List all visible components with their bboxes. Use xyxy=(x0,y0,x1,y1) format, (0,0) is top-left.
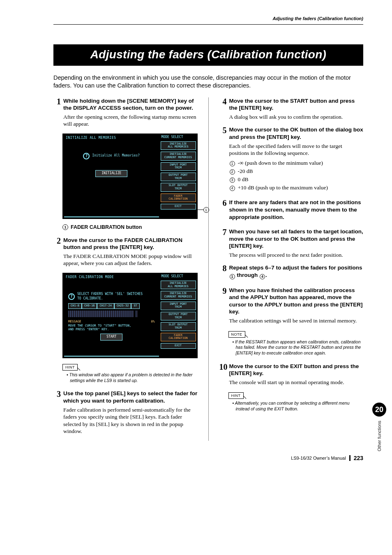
mode-btn-exit[interactable]: EXIT xyxy=(161,343,196,349)
step-number: 2 xyxy=(53,237,61,267)
caption-1: 1 FADER CALIBRATION button xyxy=(62,224,198,231)
hint-1: HINT This window will also appear if a p… xyxy=(62,363,198,383)
mode-btn-fader-calibration[interactable]: FADER CALIBRATION xyxy=(161,333,196,341)
note-label: NOTE xyxy=(228,331,245,338)
mode-btn-init-all[interactable]: INITIALIZE ALL MEMORIES xyxy=(161,281,196,289)
step-head: If there are any faders that are not in … xyxy=(229,199,364,221)
step-9: 9 When you have finished the calibration… xyxy=(219,287,364,325)
side-section-label: Other functions xyxy=(376,421,383,451)
step-number: 6 xyxy=(219,199,227,222)
manual-name: LS9-16/32 Owner’s Manual xyxy=(291,455,346,461)
step-2: 2 Move the cursor to the FADER CALIBRATI… xyxy=(53,237,198,267)
step-head: Move the cursor to the FADER CALIBRATION… xyxy=(63,237,198,251)
page-divider-icon xyxy=(349,455,350,461)
step-6: 6 If there are any faders that are not i… xyxy=(219,199,364,222)
step-5: 5 Move the cursor to the OK button of th… xyxy=(219,126,364,193)
help-icon: ? xyxy=(68,293,75,300)
sequence-list: 1-∞ (push down to the minimum value) 2-2… xyxy=(229,159,364,192)
mode-btn-output-port-trim[interactable]: OUTPUT PORT TRIM xyxy=(161,173,196,181)
initialize-button[interactable]: INITIALIZE xyxy=(95,170,127,177)
seq-text-1: -∞ (push down to the minimum value) xyxy=(238,159,323,167)
step-number: 7 xyxy=(219,228,227,258)
mode-btn-output-port-trim[interactable]: OUTPUT PORT TRIM xyxy=(161,312,196,320)
mode-btn-slot-output-trim[interactable]: SLOT OUTPUT TRIM xyxy=(161,322,196,331)
callout-1: 1 xyxy=(196,207,209,213)
step-number: 1 xyxy=(53,97,61,128)
toggle-ch1-8[interactable]: CH1-8 xyxy=(68,303,82,309)
mode-btn-slot-output-trim[interactable]: SLOT OUTPUT TRIM xyxy=(161,183,196,191)
intro-paragraph: Depending on the environment in which yo… xyxy=(53,74,363,90)
step-head: Move the cursor to the START button and … xyxy=(229,97,364,112)
step-7: 7 When you have set all faders to the ta… xyxy=(219,228,364,258)
step-8: 8 Repeat steps 6–7 to adjust the faders … xyxy=(219,264,364,281)
step-number: 3 xyxy=(53,390,61,435)
page-footer: LS9-16/32 Owner’s Manual 223 xyxy=(291,454,363,462)
message-label: MESSAGE xyxy=(68,320,81,324)
step-10: 10 Move the cursor to the EXIT button an… xyxy=(219,363,364,386)
hint-1-text: This window will also appear if a proble… xyxy=(62,372,198,383)
step-text: After the opening screen, the following … xyxy=(63,113,198,128)
mode-btn-init-current[interactable]: INITIALIZE CURRENT MEMORIES xyxy=(161,291,196,299)
step-number: 4 xyxy=(219,97,227,121)
seq-ref-1: 1 xyxy=(230,274,235,279)
scr1-dialog-text: Initialize All Memories? xyxy=(92,154,140,158)
step-head: While holding down the [SCENE MEMORY] ke… xyxy=(63,97,198,112)
mode-btn-input-port-trim[interactable]: INPUT PORT TRIM xyxy=(161,162,196,171)
note-1: NOTE If the RESTART button appears when … xyxy=(228,330,364,356)
note-1-text: If the RESTART button appears when calib… xyxy=(228,339,364,356)
seq-num-4: 4 xyxy=(230,186,235,191)
step-head: Use the top panel [SEL] keys to select t… xyxy=(63,390,198,404)
step-4: 4 Move the cursor to the START button an… xyxy=(219,97,364,121)
seq-num-3: 3 xyxy=(230,177,235,183)
caption-1-number: 1 xyxy=(62,224,68,230)
mode-btn-fader-calibration[interactable]: FADER CALIBRATION xyxy=(161,193,196,202)
step-text: The process will proceed to the next fad… xyxy=(229,251,364,259)
toggle-st[interactable]: ST xyxy=(131,303,139,309)
step-1: 1 While holding down the [SCENE MEMORY] … xyxy=(53,97,198,128)
seq-text-4: +10 dB (push up to the maximum value) xyxy=(238,184,328,191)
message-text: MOVE THE CURSOR TO "START" BUTTON, AND P… xyxy=(68,324,155,331)
start-button[interactable]: START xyxy=(100,334,122,341)
help-icon: ? xyxy=(83,153,90,159)
right-rail: 20 Other functions xyxy=(372,403,386,451)
step-head: Move the cursor to the EXIT button and p… xyxy=(229,363,364,377)
mode-select-title: MODE SELECT xyxy=(161,274,196,279)
callout-1-number: 1 xyxy=(203,207,209,213)
right-column: 4 Move the cursor to the START button an… xyxy=(219,97,364,441)
mode-btn-input-port-trim[interactable]: INPUT PORT TRIM xyxy=(161,302,196,310)
calibration-screenshot: FADER CALIBRATION MODE ? SELECT FADERS W… xyxy=(62,273,198,358)
step-text: The console will start up in normal oper… xyxy=(229,379,364,386)
scr1-title: INITIALIZE ALL MEMORIES xyxy=(64,135,159,141)
hint-2-text: Alternatively, you can continue by selec… xyxy=(228,401,364,412)
toggle-ch25-32[interactable]: CH25-32 xyxy=(114,303,131,309)
step-head: Move the cursor to the OK button of the … xyxy=(229,126,364,140)
fader-strip xyxy=(68,311,159,317)
step-number: 8 xyxy=(219,264,227,281)
channel-toggles: CH1-8 CH9-16 CH17-24 CH25-32 ST xyxy=(68,303,159,309)
toggle-ch9-16[interactable]: CH9-16 xyxy=(82,303,97,309)
toggle-ch17-24[interactable]: CH17-24 xyxy=(97,303,114,309)
seq-ref-4: 4 xyxy=(260,274,265,279)
scr2-title: FADER CALIBRATION MODE xyxy=(64,274,159,281)
step-head: When you have set all faders to the targ… xyxy=(229,228,364,250)
step-text: The FADER CALIBRATION MODE popup window … xyxy=(63,253,198,267)
mode-btn-init-all[interactable]: INITIALIZE ALL MEMORIES xyxy=(161,141,196,150)
mode-select-title: MODE SELECT xyxy=(161,135,196,140)
running-head: Adjusting the faders (Calibration functi… xyxy=(53,16,363,25)
mode-btn-init-current[interactable]: INITIALIZE CURRENT MEMORIES xyxy=(161,152,196,160)
seq-text-2: -20 dB xyxy=(238,168,253,175)
step-text: Fader calibration is performed semi-auto… xyxy=(63,406,198,435)
step-text: The calibration settings will be saved i… xyxy=(229,317,364,325)
step-number: 10 xyxy=(219,363,227,386)
seq-text-3: 0 dB xyxy=(238,176,249,183)
step-text: Each of the specified faders will move t… xyxy=(229,143,364,157)
step-head: Repeat steps 6–7 to adjust the faders fo… xyxy=(229,264,364,279)
step-number: 5 xyxy=(219,126,227,193)
hint-label: HINT xyxy=(62,364,78,371)
page-title: Adjusting the faders (Calibration functi… xyxy=(53,44,363,66)
mode-btn-exit[interactable]: EXIT xyxy=(161,204,196,210)
scr2-dialog-text: SELECT FADERS WITH 'SEL' SWITCHES TO CAL… xyxy=(77,292,143,301)
page-number: 223 xyxy=(354,454,363,462)
column-divider xyxy=(208,97,209,441)
chapter-badge: 20 xyxy=(372,403,386,417)
